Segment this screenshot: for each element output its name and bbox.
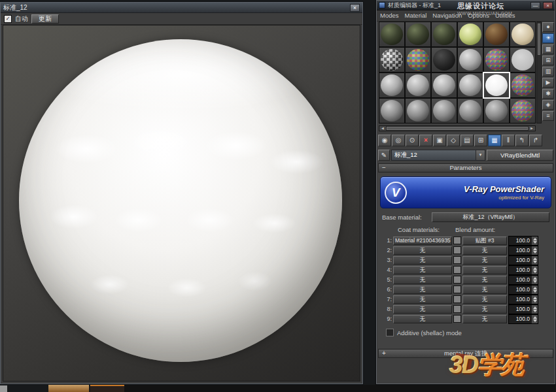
blend-color-swatch[interactable] xyxy=(453,266,461,274)
material-sample-slot[interactable] xyxy=(457,47,483,73)
mental-ray-rollout-header[interactable]: + mental ray 连接 xyxy=(378,349,553,358)
material-sample-slot[interactable] xyxy=(405,47,431,73)
material-sample-slot[interactable] xyxy=(405,73,431,98)
material-sample-slot-active[interactable] xyxy=(483,73,510,98)
select-by-material-icon[interactable]: ◈ xyxy=(542,100,554,110)
material-sample-slot[interactable] xyxy=(483,98,510,123)
blend-amount-spinner[interactable]: 100.0 xyxy=(508,246,538,255)
scrollbar-thumb[interactable] xyxy=(387,127,528,130)
material-type-button[interactable]: VRayBlendMtl xyxy=(487,150,553,161)
material-sample-slot[interactable] xyxy=(431,47,457,73)
blend-amount-spinner[interactable]: 100.0 xyxy=(508,285,538,295)
make-material-copy-icon[interactable]: ▣ xyxy=(433,135,446,146)
sample-type-icon[interactable]: ● xyxy=(542,22,554,32)
make-preview-icon[interactable]: ▶ xyxy=(542,78,554,88)
parameters-rollout-header[interactable]: − Parameters xyxy=(378,163,553,172)
material-sample-slot[interactable] xyxy=(431,73,457,98)
material-name-dropdown[interactable]: 标准_12 ▼ xyxy=(391,150,485,161)
blend-map-button[interactable]: 无 xyxy=(462,276,507,284)
spinner-arrows[interactable] xyxy=(531,286,538,294)
spinner-arrows[interactable] xyxy=(531,315,538,323)
material-sample-slot[interactable] xyxy=(379,47,405,73)
blend-amount-spinner[interactable]: 100.0 xyxy=(508,275,538,285)
slots-vertical-scrollbar[interactable] xyxy=(536,22,542,123)
material-id-channel-icon[interactable]: ⊞ xyxy=(474,135,487,146)
preview-titlebar[interactable]: 标准_12 × xyxy=(1,3,362,13)
editor-titlebar[interactable]: 材质编辑器 - 标准_1 — × xyxy=(377,1,555,10)
blend-amount-spinner[interactable]: 100.0 xyxy=(508,265,538,275)
blend-color-swatch[interactable] xyxy=(453,237,461,244)
show-map-in-viewport-icon[interactable]: ▦ xyxy=(488,135,501,146)
scroll-right-icon[interactable]: ▶ xyxy=(529,126,535,131)
blend-map-button[interactable]: 无 xyxy=(462,256,507,265)
base-material-button[interactable]: 标准_12（VRayMtl） xyxy=(432,212,549,222)
blend-amount-spinner[interactable]: 100.0 xyxy=(508,295,538,304)
coat-material-button[interactable]: 无 xyxy=(393,266,452,274)
menu-options[interactable]: Options xyxy=(468,11,489,20)
scroll-left-icon[interactable]: ◀ xyxy=(379,126,386,131)
material-sample-slot[interactable] xyxy=(379,98,405,123)
menu-utilities[interactable]: Utilities xyxy=(495,11,515,20)
coat-material-button[interactable]: 无 xyxy=(393,295,452,304)
material-map-navigator-icon[interactable]: ≡ xyxy=(542,111,554,121)
material-sample-slot[interactable] xyxy=(510,98,536,123)
blend-map-button[interactable]: 贴图 #3 xyxy=(462,237,507,245)
blend-map-button[interactable]: 无 xyxy=(462,246,507,255)
blend-color-swatch[interactable] xyxy=(453,295,461,303)
menu-navigation[interactable]: Navigation xyxy=(432,11,462,20)
make-unique-icon[interactable]: ◇ xyxy=(447,135,460,146)
material-sample-slot[interactable] xyxy=(431,98,457,123)
spinner-arrows[interactable] xyxy=(531,256,538,265)
material-sample-slot[interactable] xyxy=(457,98,483,123)
blend-map-button[interactable]: 无 xyxy=(462,315,507,323)
material-sample-slot[interactable] xyxy=(457,22,483,47)
get-material-icon[interactable]: ◉ xyxy=(378,135,391,146)
blend-color-swatch[interactable] xyxy=(453,246,461,254)
blend-amount-spinner[interactable]: 100.0 xyxy=(508,304,538,314)
blend-amount-spinner[interactable]: 100.0 xyxy=(508,236,538,246)
coat-material-button[interactable]: 无 xyxy=(393,315,452,323)
blend-amount-spinner[interactable]: 100.0 xyxy=(508,255,538,265)
reset-map-mtl-icon[interactable]: × xyxy=(419,135,432,146)
blend-color-swatch[interactable] xyxy=(453,276,461,284)
additive-mode-checkbox[interactable] xyxy=(386,329,394,336)
pick-material-eyedropper-icon[interactable]: ✎ xyxy=(378,150,390,161)
material-sample-slot[interactable] xyxy=(405,98,431,123)
minimize-icon[interactable]: — xyxy=(530,2,540,9)
spinner-arrows[interactable] xyxy=(531,266,538,274)
blend-map-button[interactable]: 无 xyxy=(462,295,507,304)
sample-uv-tiling-icon[interactable]: ⊞ xyxy=(542,56,554,65)
assign-material-to-selection-icon[interactable]: ⊙ xyxy=(406,135,419,146)
coat-material-button[interactable]: 无 xyxy=(393,286,452,294)
spinner-arrows[interactable] xyxy=(531,276,538,284)
material-sample-slot[interactable] xyxy=(510,22,536,47)
options-icon[interactable]: ✱ xyxy=(542,89,554,99)
update-button[interactable]: 更新 xyxy=(31,14,59,24)
material-sample-slot[interactable] xyxy=(379,73,405,98)
blend-map-button[interactable]: 无 xyxy=(462,286,507,294)
blend-map-button[interactable]: 无 xyxy=(462,305,507,314)
auto-update-checkbox[interactable]: ✓ xyxy=(4,15,12,23)
put-material-to-scene-icon[interactable]: ◎ xyxy=(392,135,405,146)
blend-color-swatch[interactable] xyxy=(453,315,461,323)
go-to-parent-icon[interactable]: ↰ xyxy=(515,135,529,146)
spinner-arrows[interactable] xyxy=(531,305,538,314)
spinner-arrows[interactable] xyxy=(531,295,538,304)
blend-color-swatch[interactable] xyxy=(453,305,461,313)
coat-material-button[interactable]: 无 xyxy=(393,246,452,255)
video-color-check-icon[interactable]: ▥ xyxy=(542,67,554,76)
scrollbar-thumb[interactable] xyxy=(538,24,540,55)
material-sample-slot[interactable] xyxy=(431,22,457,47)
blend-map-button[interactable]: 无 xyxy=(462,266,507,274)
backlight-icon[interactable]: ☀ xyxy=(542,33,554,43)
blend-color-swatch[interactable] xyxy=(453,286,461,293)
spinner-arrows[interactable] xyxy=(531,246,538,255)
menu-modes[interactable]: Modes xyxy=(380,11,399,20)
menu-material[interactable]: Material xyxy=(405,11,427,20)
blend-color-swatch[interactable] xyxy=(453,256,461,264)
put-to-library-icon[interactable]: ▤ xyxy=(460,135,474,146)
go-forward-to-sibling-icon[interactable]: ↱ xyxy=(529,135,542,146)
material-sample-slot[interactable] xyxy=(510,47,536,73)
material-sample-slot[interactable] xyxy=(405,22,431,47)
coat-material-button[interactable]: 无 xyxy=(393,256,452,265)
